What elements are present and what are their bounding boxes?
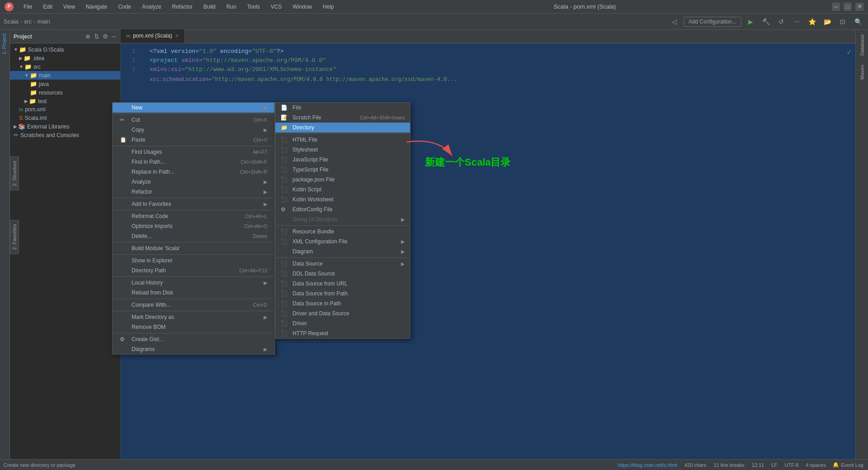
ctx-item-copy[interactable]: Copy ▶ [113, 125, 274, 135]
ctx-item-build-module[interactable]: Build Module 'Scala' [113, 243, 274, 253]
panel-close-button[interactable]: ─ [111, 32, 117, 41]
submenu-item-driver[interactable]: ⬛ Driver [275, 318, 410, 328]
submenu-item-stylesheet[interactable]: ⬛ Stylesheet [275, 145, 410, 155]
tree-item-scala[interactable]: ▼ 📁 Scala G:\Scala [10, 45, 120, 54]
ctx-item-new[interactable]: New ▶ [113, 103, 274, 113]
tree-item-src[interactable]: ▼ 📁 src [10, 62, 120, 71]
more-button[interactable]: ⋯ [790, 15, 803, 28]
submenu-item-http-request[interactable]: ⬛ HTTP Request [275, 328, 410, 338]
ctx-item-optimize[interactable]: Optimize Imports Ctrl+Alt+O [113, 221, 274, 231]
breadcrumb-src[interactable]: src [24, 18, 32, 25]
back-button[interactable]: ◁ [668, 15, 681, 28]
app-menu-build[interactable]: Build [200, 3, 219, 11]
panel-gear-button[interactable]: ⚙ [102, 32, 109, 41]
minimize-button[interactable]: ─ [832, 3, 840, 11]
panel-settings-button[interactable]: ⊕ [85, 32, 91, 41]
editor-tab-pomxml[interactable]: m pom.xml (Scala) ✕ [121, 29, 185, 43]
ctx-item-delete[interactable]: Delete... Delete [113, 231, 274, 241]
ctx-item-local-history[interactable]: Local History ▶ [113, 278, 274, 288]
app-menu-run[interactable]: Run [223, 3, 240, 11]
add-config-button[interactable]: Add Configuration... [684, 17, 741, 27]
submenu-item-packagejson[interactable]: ⬛ package.json File [275, 175, 410, 185]
tree-item-resources[interactable]: 📁 resources [10, 88, 120, 97]
tree-item-scratches[interactable]: ✏ Scratches and Consoles [10, 131, 120, 139]
submenu-item-kotlin-worksheet[interactable]: ⬛ Kotlin Worksheet [275, 195, 410, 204]
tree-item-idea[interactable]: ▶ 📁 .idea [10, 54, 120, 62]
submenu-item-directory[interactable]: 📁 Directory [275, 123, 410, 133]
submenu-item-xml-config[interactable]: ⬛ XML Configuration File ▶ [275, 237, 410, 247]
ctx-item-diagrams[interactable]: Diagrams ▶ [113, 344, 274, 354]
maximize-button[interactable]: □ [844, 3, 852, 11]
app-menu-edit[interactable]: Edit [39, 3, 56, 11]
tree-item-scalaiml[interactable]: S Scala.iml [10, 114, 120, 122]
submenu-item-ddl-datasource[interactable]: ⬛ DDL Data Source [275, 269, 410, 279]
submenu-item-editorconfig[interactable]: ⚙ EditorConfig File [275, 204, 410, 214]
submenu-item-html[interactable]: ⬛ HTML File [275, 135, 410, 145]
ctx-item-replace-path[interactable]: Replace in Path... Ctrl+Shift+R [113, 167, 274, 177]
create-directory-bar[interactable]: Create new directory or package [0, 459, 142, 470]
tab-close-button[interactable]: ✕ [175, 33, 179, 39]
ctx-item-reformat[interactable]: Reformat Code Ctrl+Alt+L [113, 211, 274, 221]
submenu-item-file[interactable]: 📄 File [275, 103, 410, 113]
submenu-item-datasource-url[interactable]: ⬛ Data Source from URL [275, 279, 410, 289]
project-tab[interactable]: 1: Project [0, 30, 9, 58]
folder-icon: 📁 [19, 46, 26, 53]
app-menu-code[interactable]: Code [114, 3, 135, 11]
search-everywhere-button[interactable]: 🔍 [852, 15, 864, 28]
reload-button[interactable]: ↺ [775, 15, 788, 28]
ctx-item-show-explorer[interactable]: Show in Explorer [113, 256, 274, 266]
app-menu-tools[interactable]: Tools [244, 3, 264, 11]
submenu-item-kotlin-script[interactable]: ⬛ Kotlin Script [275, 185, 410, 195]
tree-item-test[interactable]: ▶ 📁 test [10, 97, 120, 105]
bookmark-button[interactable]: ⭐ [806, 15, 818, 28]
app-menu-view[interactable]: View [60, 3, 79, 11]
build-button[interactable]: 🔨 [760, 15, 772, 28]
ctx-item-find-usages[interactable]: Find Usages Alt+F7 [113, 147, 274, 157]
run-button[interactable]: ▶ [744, 15, 757, 28]
submenu-item-scratch[interactable]: 📝 Scratch File Ctrl+Alt+Shift+Insert [275, 113, 410, 123]
submenu-item-driver-datasource[interactable]: ⬛ Driver and Data Source [275, 309, 410, 318]
ctx-item-reload[interactable]: Reload from Disk [113, 288, 274, 298]
submenu-item-datasource-path[interactable]: ⬛ Data Source from Path [275, 289, 410, 299]
app-menu-help[interactable]: Help [319, 3, 338, 11]
close-button[interactable]: ✕ [855, 3, 863, 11]
recent-files-button[interactable]: 📂 [821, 15, 834, 28]
ctx-item-cut[interactable]: ✂ Cut Ctrl+X [113, 115, 274, 125]
file-icon: 📄 [281, 104, 290, 111]
tree-item-extlibs[interactable]: ▶ 📚 External Libraries [10, 122, 120, 131]
ctx-item-find-path[interactable]: Find in Path... Ctrl+Shift+F [113, 157, 274, 167]
app-menu-vcs[interactable]: VCS [267, 3, 286, 11]
structure-side-tab[interactable]: 2: Structure [10, 157, 19, 190]
app-menu-window[interactable]: Window [289, 3, 316, 11]
tree-item-java[interactable]: 📁 java [10, 80, 120, 88]
submenu-item-data-source[interactable]: ⬛ Data Source ▶ [275, 259, 410, 269]
ctx-item-paste[interactable]: 📋 Paste Ctrl+V [113, 135, 274, 145]
submenu-item-typescript[interactable]: ⬛ TypeScript File [275, 165, 410, 175]
tree-item-main[interactable]: ▼ 📁 main [10, 71, 120, 80]
app-menu-refactor[interactable]: Refactor [169, 3, 196, 11]
submenu-item-diagram[interactable]: Diagram ▶ [275, 247, 410, 256]
ctx-item-analyze[interactable]: Analyze ▶ [113, 177, 274, 187]
ctx-item-remove-bom[interactable]: Remove BOM [113, 322, 274, 332]
ctx-item-mark-dir[interactable]: Mark Directory as ▶ [113, 312, 274, 322]
maven-tab[interactable]: Maven [858, 60, 867, 84]
app-menu-navigate[interactable]: Navigate [82, 3, 111, 11]
event-log-status[interactable]: 🔔 Event Log [833, 462, 863, 468]
breadcrumb-scala[interactable]: Scala [4, 18, 19, 25]
panel-sort-button[interactable]: ⇅ [93, 32, 100, 41]
ctx-item-create-gist[interactable]: ⚙ Create Gist... [113, 334, 274, 344]
database-tab[interactable]: Database [858, 30, 867, 60]
app-menu-analyze[interactable]: Analyze [138, 3, 165, 11]
favorites-side-tab[interactable]: 2: Favorites [10, 220, 19, 254]
split-button[interactable]: ⊡ [836, 15, 849, 28]
submenu-item-resource-bundle[interactable]: ⬛ Resource Bundle [275, 227, 410, 237]
ctx-item-compare[interactable]: Compare With... Ctrl+D [113, 300, 274, 310]
app-menu-file[interactable]: File [20, 3, 36, 11]
tree-item-pomxml[interactable]: m pom.xml [10, 105, 120, 114]
ctx-item-refactor[interactable]: Refactor ▶ [113, 187, 274, 197]
ctx-item-dir-path[interactable]: Directory Path Ctrl+Alt+F12 [113, 266, 274, 275]
submenu-item-datasource-in-path[interactable]: ⬛ Data Source in Path [275, 299, 410, 309]
breadcrumb-main[interactable]: main [38, 18, 50, 25]
ctx-item-favorites[interactable]: Add to Favorites ▶ [113, 199, 274, 209]
submenu-item-javascript[interactable]: ⬛ JavaScript File [275, 155, 410, 165]
